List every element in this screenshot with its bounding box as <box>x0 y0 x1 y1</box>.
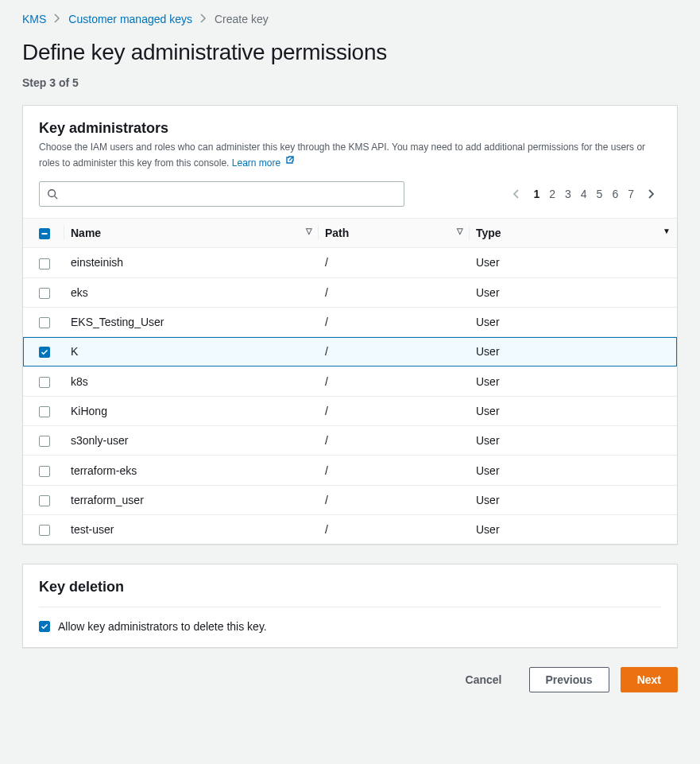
row-checkbox[interactable] <box>39 495 50 506</box>
table-row[interactable]: einsteinish/User <box>23 248 677 277</box>
cell-path: / <box>319 456 470 485</box>
cell-path: / <box>319 248 470 277</box>
row-checkbox[interactable] <box>39 377 50 388</box>
section-desc-admins: Choose the IAM users and roles who can a… <box>39 140 661 170</box>
breadcrumb-link-kms[interactable]: KMS <box>22 13 46 25</box>
svg-point-0 <box>48 190 56 197</box>
col-header-type[interactable]: Type <box>476 227 501 239</box>
allow-delete-label: Allow key administrators to delete this … <box>58 620 267 633</box>
search-input[interactable] <box>39 181 404 207</box>
cell-path: / <box>319 485 470 514</box>
pagination-page[interactable]: 3 <box>560 184 576 204</box>
cell-type: User <box>470 396 677 425</box>
learn-more-text: Learn more <box>232 157 280 169</box>
admins-table: Name ▽ Path ▽ Type ▼ einsteinish/User <box>23 218 677 544</box>
cell-path: / <box>319 396 470 425</box>
cell-type: User <box>470 277 677 307</box>
cell-type: User <box>470 366 677 396</box>
previous-button[interactable]: Previous <box>529 667 609 692</box>
table-row[interactable]: KiHong/User <box>23 396 677 425</box>
table-row[interactable]: k8s/User <box>23 366 677 396</box>
cell-name: terraform-eks <box>64 456 319 485</box>
breadcrumb: KMS Customer managed keys Create key <box>22 13 678 25</box>
pagination-page[interactable]: 1 <box>528 184 544 204</box>
chevron-right-icon <box>648 189 655 199</box>
cell-path: / <box>319 337 470 366</box>
cell-name: terraform_user <box>64 485 319 514</box>
cell-path: / <box>319 426 470 456</box>
cell-name: test-user <box>64 514 319 544</box>
step-indicator: Step 3 of 5 <box>22 76 678 89</box>
table-row[interactable]: K/User <box>23 337 677 366</box>
sort-icon: ▽ <box>457 227 463 235</box>
cell-type: User <box>470 248 677 277</box>
section-desc-text: Choose the IAM users and roles who can a… <box>39 142 645 169</box>
row-checkbox[interactable] <box>39 436 50 447</box>
breadcrumb-link-cmk[interactable]: Customer managed keys <box>68 13 192 25</box>
cell-path: / <box>319 366 470 396</box>
row-checkbox[interactable] <box>39 288 50 299</box>
allow-delete-checkbox[interactable] <box>39 621 50 632</box>
external-link-icon <box>285 154 295 169</box>
cell-path: / <box>319 514 470 544</box>
svg-rect-2 <box>42 233 48 235</box>
row-checkbox[interactable] <box>39 406 50 417</box>
search-wrap <box>39 181 404 207</box>
page-title: Define key administrative permissions <box>22 40 678 65</box>
pagination-page[interactable]: 6 <box>607 184 623 204</box>
table-row[interactable]: terraform-eks/User <box>23 456 677 485</box>
cell-type: User <box>470 307 677 336</box>
cell-name: s3only-user <box>64 426 319 456</box>
row-checkbox[interactable] <box>39 466 50 477</box>
table-toolbar: 1234567 <box>39 181 661 207</box>
cell-name: K <box>64 337 319 366</box>
cell-path: / <box>319 277 470 307</box>
cell-type: User <box>470 426 677 456</box>
col-header-name[interactable]: Name <box>71 227 101 239</box>
chevron-left-icon <box>512 189 519 199</box>
pagination-page[interactable]: 7 <box>623 184 639 204</box>
table-row[interactable]: terraform_user/User <box>23 485 677 514</box>
cell-name: k8s <box>64 366 319 396</box>
sort-icon-active: ▼ <box>663 227 671 235</box>
row-checkbox[interactable] <box>39 317 50 328</box>
table-row[interactable]: s3only-user/User <box>23 426 677 456</box>
chevron-right-icon <box>54 13 60 25</box>
cell-name: einsteinish <box>64 248 319 277</box>
pagination-next[interactable] <box>642 181 661 207</box>
key-administrators-panel: Key administrators Choose the IAM users … <box>22 105 678 545</box>
breadcrumb-current: Create key <box>215 13 269 25</box>
pagination-page[interactable]: 5 <box>592 184 608 204</box>
col-header-path[interactable]: Path <box>325 227 349 239</box>
next-button[interactable]: Next <box>621 667 678 692</box>
pagination: 1234567 <box>506 181 661 207</box>
cancel-button[interactable]: Cancel <box>450 667 518 692</box>
table-row[interactable]: test-user/User <box>23 514 677 544</box>
cell-name: EKS_Testing_User <box>64 307 319 336</box>
row-checkbox[interactable] <box>39 347 50 358</box>
svg-line-1 <box>55 196 58 200</box>
key-deletion-panel: Key deletion Allow key administrators to… <box>22 564 678 648</box>
pagination-page[interactable]: 4 <box>576 184 592 204</box>
cell-type: User <box>470 514 677 544</box>
cell-type: User <box>470 485 677 514</box>
row-checkbox[interactable] <box>39 525 50 536</box>
search-icon <box>47 188 58 200</box>
pagination-prev[interactable] <box>506 181 525 207</box>
section-title-deletion: Key deletion <box>39 579 661 595</box>
cell-type: User <box>470 456 677 485</box>
select-all-checkbox[interactable] <box>39 228 50 239</box>
cell-type: User <box>470 337 677 366</box>
chevron-right-icon <box>200 13 207 25</box>
learn-more-link[interactable]: Learn more <box>232 157 295 169</box>
table-row[interactable]: EKS_Testing_User/User <box>23 307 677 336</box>
row-checkbox[interactable] <box>39 258 50 270</box>
cell-name: KiHong <box>64 396 319 425</box>
table-row[interactable]: eks/User <box>23 277 677 307</box>
pagination-page[interactable]: 2 <box>544 184 560 204</box>
section-title-admins: Key administrators <box>39 120 661 137</box>
wizard-footer: Cancel Previous Next <box>22 667 678 692</box>
sort-icon: ▽ <box>306 227 312 235</box>
cell-name: eks <box>64 277 319 307</box>
cell-path: / <box>319 307 470 336</box>
